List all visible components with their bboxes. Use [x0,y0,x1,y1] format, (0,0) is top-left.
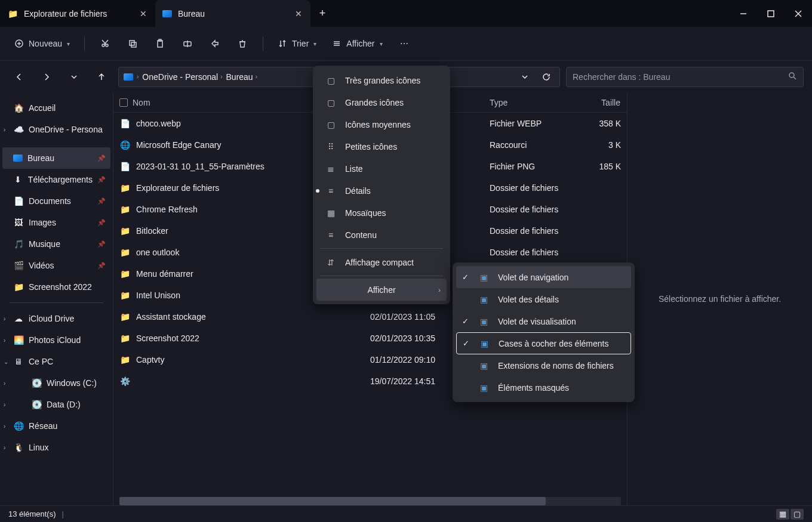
close-button[interactable] [785,2,812,26]
sidebar-item-label: Accueil [29,103,56,113]
search-input[interactable]: Rechercher dans : Bureau [566,67,804,87]
history-dropdown[interactable] [63,66,85,88]
tab-title: Bureau [178,9,205,18]
menu-label: Volet des détails [498,295,559,304]
refresh-button[interactable] [537,69,556,85]
sidebar-item[interactable]: ⬇ Téléchargements 📌 [2,169,110,190]
sidebar-item[interactable]: 📁 Screenshot 2022 [2,276,110,298]
back-button[interactable] [8,66,30,88]
sidebar-item[interactable]: › ☁ iCloud Drive [2,308,110,329]
view-button[interactable]: Afficher ▾ [326,33,388,54]
sidebar-item[interactable]: Bureau 📌 [2,147,110,169]
pin-icon: 📌 [97,176,106,184]
type-column[interactable]: Type [484,98,573,107]
expand-icon[interactable]: ⌄ [4,359,12,365]
menu-item[interactable]: ▦ Mosaïques [316,202,447,224]
share-button[interactable] [203,33,227,54]
separator [320,248,443,249]
separator [84,36,85,51]
expand-icon[interactable]: › [4,401,12,408]
menu-item-compact[interactable]: ⇵ Affichage compact [316,251,447,273]
sidebar-item-label: Windows (C:) [47,378,97,388]
menu-item[interactable]: ▣ Extensions de noms de fichiers [456,354,631,376]
menu-item[interactable]: ≡ Contenu [316,224,447,246]
sidebar-item-label: Screenshot 2022 [29,282,92,292]
menu-item-show[interactable]: Afficher › [316,279,447,301]
more-button[interactable]: ⋯ [392,33,416,54]
maximize-button[interactable] [757,2,785,26]
sidebar-item[interactable]: › 💽 Data (D:) [2,394,110,415]
menu-icon: ▦ [325,208,337,218]
menu-item[interactable]: ▢ Très grandes icônes [316,69,447,91]
rename-button[interactable] [176,33,199,54]
breadcrumb-segment[interactable]: OneDrive - Personal› [142,72,222,82]
pin-icon: 📌 [97,262,106,270]
menu-icon: ≣ [325,164,337,174]
cut-button[interactable] [93,33,117,54]
menu-item[interactable]: ⠿ Petites icônes [316,135,447,157]
check-icon: ✓ [462,317,472,326]
expand-icon[interactable]: › [4,316,12,322]
separator [263,36,263,51]
large-view-button[interactable]: ▢ [791,509,804,520]
details-view-button[interactable]: ▦ [776,509,789,520]
sidebar-item[interactable]: 🎵 Musique 📌 [2,233,110,255]
menu-item[interactable]: ✓ ▣ Volet de visualisation [456,310,631,332]
new-tab-button[interactable]: + [310,2,334,26]
menu-item[interactable]: ▢ Grandes icônes [316,91,447,113]
sort-button[interactable]: Trier ▾ [272,33,322,54]
view-context-menu: ▢ Très grandes icônes ▢ Grandes icônes ▢… [313,66,450,304]
sidebar-item[interactable]: 📄 Documents 📌 [2,190,110,212]
menu-item[interactable]: ▣ Volet des détails [456,288,631,310]
sidebar-item[interactable]: › 🐧 Linux [2,437,110,458]
sidebar-item[interactable]: 🖼 Images 📌 [2,212,110,233]
file-size: 3 K [608,140,621,150]
file-name: 2023-01-31 10_11_55-Paramètres [136,162,264,171]
up-button[interactable] [91,66,112,88]
sidebar-item[interactable]: 🏠 Accueil [2,97,110,119]
tab-close-button[interactable]: ✕ [294,9,303,18]
menu-item[interactable]: ≡ Détails [316,180,447,202]
svg-rect-11 [130,41,134,45]
horizontal-scrollbar[interactable] [119,497,621,505]
expand-icon[interactable]: › [4,337,12,344]
menu-item[interactable]: ✓ ▣ Cases à cocher des éléments [456,332,631,354]
sidebar-item[interactable]: › 🌐 Réseau [2,415,110,437]
pane-icon: ▣ [478,383,490,393]
file-name: Menu démarrer [136,269,193,279]
sort-label: Trier [292,39,309,48]
breadcrumb-segment[interactable]: Bureau› [226,72,258,82]
sidebar-item[interactable]: › 💽 Windows (C:) [2,372,110,394]
menu-item[interactable]: ≣ Liste [316,157,447,180]
expand-icon[interactable]: › [4,380,12,387]
menu-item[interactable]: ✓ ▣ Volet de navigation [456,266,631,288]
address-history-button[interactable] [515,69,534,85]
menu-item[interactable]: ▢ Icônes moyennes [316,113,447,135]
tab-close-button[interactable]: ✕ [139,9,148,18]
sidebar-item[interactable]: › ☁️ OneDrive - Persona [2,119,110,140]
expand-icon[interactable]: › [4,444,12,451]
new-button[interactable]: Nouveau ▾ [8,33,76,54]
separator: | [61,509,63,518]
new-label: Nouveau [29,39,62,48]
expand-icon[interactable]: › [4,423,12,430]
trash-icon [238,39,247,48]
view-icon [332,39,342,48]
paste-button[interactable] [148,33,172,54]
copy-button[interactable] [121,33,144,54]
pane-icon: ▣ [478,361,490,370]
expand-icon[interactable]: › [4,126,12,133]
menu-item[interactable]: ▣ Éléments masqués [456,376,631,399]
scrollbar-thumb[interactable] [119,497,546,505]
tab-bureau[interactable]: Bureau ✕ [155,0,310,27]
select-all-checkbox[interactable] [119,98,128,107]
sidebar-item[interactable]: › 🌅 Photos iCloud [2,329,110,351]
forward-button[interactable] [36,66,57,88]
delete-button[interactable] [230,33,254,54]
tab-explorer[interactable]: 📁 Explorateur de fichiers ✕ [0,0,155,27]
sidebar-item[interactable]: 🎬 Vidéos 📌 [2,255,110,276]
minimize-button[interactable] [730,2,757,26]
size-column[interactable]: Taille [573,98,627,107]
sort-icon [278,39,287,48]
sidebar-item[interactable]: ⌄ 🖥 Ce PC [2,351,110,372]
